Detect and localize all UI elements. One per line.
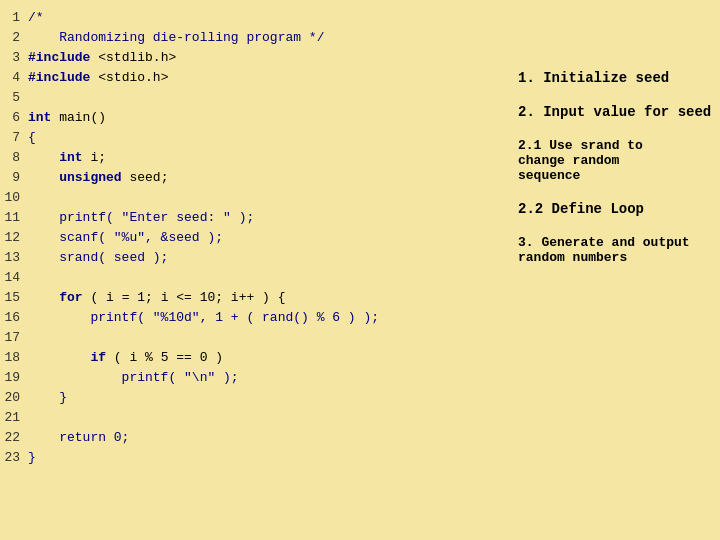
step3-title: 3. Generate and outputrandom numbers (518, 235, 712, 265)
code-text: } (28, 388, 67, 408)
line-number: 7 (0, 128, 28, 148)
code-line-10: 10 (0, 188, 510, 208)
step1-title: 1. Initialize seed (518, 70, 712, 86)
line-number: 15 (0, 288, 28, 308)
code-line-23: 23 } (0, 448, 510, 468)
line-number: 18 (0, 348, 28, 368)
code-line-7: 7 { (0, 128, 510, 148)
code-line-19: 19 printf( "\n" ); (0, 368, 510, 388)
code-line-5: 5 (0, 88, 510, 108)
code-line-8: 8 int i; (0, 148, 510, 168)
info-step1: 1. Initialize seed (518, 70, 712, 88)
line-number: 4 (0, 68, 28, 88)
code-text: int i; (28, 148, 106, 168)
step2-2-title: 2.2 Define Loop (518, 201, 712, 217)
code-text: for ( i = 1; i <= 10; i++ ) { (28, 288, 285, 308)
code-text: scanf( "%u", &seed ); (28, 228, 223, 248)
line-number: 3 (0, 48, 28, 68)
line-number: 10 (0, 188, 28, 208)
code-line-20: 20 } (0, 388, 510, 408)
code-text: #include <stdlib.h> (28, 48, 176, 68)
info-step2-1: 2.1 Use srand tochange randomsequence (518, 138, 712, 185)
code-line-6: 6 int main() (0, 108, 510, 128)
code-line-18: 18 if ( i % 5 == 0 ) (0, 348, 510, 368)
line-number: 1 (0, 8, 28, 28)
code-text: printf( "Enter seed: " ); (28, 208, 254, 228)
code-line-14: 14 (0, 268, 510, 288)
code-line-21: 21 (0, 408, 510, 428)
code-line-17: 17 (0, 328, 510, 348)
code-text: printf( "\n" ); (28, 368, 239, 388)
line-number: 5 (0, 88, 28, 108)
info-step2: 2. Input value for seed (518, 104, 712, 122)
line-number: 17 (0, 328, 28, 348)
code-text: /* (28, 8, 44, 28)
line-number: 19 (0, 368, 28, 388)
code-text: { (28, 128, 36, 148)
code-text: #include <stdio.h> (28, 68, 168, 88)
line-number: 11 (0, 208, 28, 228)
code-text: printf( "%10d", 1 + ( rand() % 6 ) ); (28, 308, 379, 328)
line-number: 23 (0, 448, 28, 468)
info-panel: 1. Initialize seed 2. Input value for se… (510, 0, 720, 540)
code-text: if ( i % 5 == 0 ) (28, 348, 223, 368)
line-number: 16 (0, 308, 28, 328)
code-line-15: 15 for ( i = 1; i <= 10; i++ ) { (0, 288, 510, 308)
code-text: int main() (28, 108, 106, 128)
code-line-22: 22 return 0; (0, 428, 510, 448)
code-text: unsigned seed; (28, 168, 168, 188)
code-text: srand( seed ); (28, 248, 168, 268)
line-number: 22 (0, 428, 28, 448)
code-text: } (28, 448, 36, 468)
step2-1-title: 2.1 Use srand tochange randomsequence (518, 138, 712, 183)
info-step3: 3. Generate and outputrandom numbers (518, 235, 712, 267)
code-line-16: 16 printf( "%10d", 1 + ( rand() % 6 ) ); (0, 308, 510, 328)
code-line-2: 2 Randomizing die-rolling program */ (0, 28, 510, 48)
code-text: return 0; (28, 428, 129, 448)
code-line-1: 1 /* (0, 8, 510, 28)
code-line-11: 11 printf( "Enter seed: " ); (0, 208, 510, 228)
line-number: 21 (0, 408, 28, 428)
line-number: 14 (0, 268, 28, 288)
line-number: 9 (0, 168, 28, 188)
line-number: 20 (0, 388, 28, 408)
code-line-13: 13 srand( seed ); (0, 248, 510, 268)
code-panel: 1 /* 2 Randomizing die-rolling program *… (0, 0, 510, 540)
code-line-4: 4 #include <stdio.h> (0, 68, 510, 88)
step2-title: 2. Input value for seed (518, 104, 712, 120)
code-text: Randomizing die-rolling program */ (28, 28, 324, 48)
line-number: 6 (0, 108, 28, 128)
line-number: 8 (0, 148, 28, 168)
code-line-3: 3 #include <stdlib.h> (0, 48, 510, 68)
code-line-12: 12 scanf( "%u", &seed ); (0, 228, 510, 248)
line-number: 13 (0, 248, 28, 268)
info-step2-2: 2.2 Define Loop (518, 201, 712, 219)
line-number: 12 (0, 228, 28, 248)
line-number: 2 (0, 28, 28, 48)
code-line-9: 9 unsigned seed; (0, 168, 510, 188)
